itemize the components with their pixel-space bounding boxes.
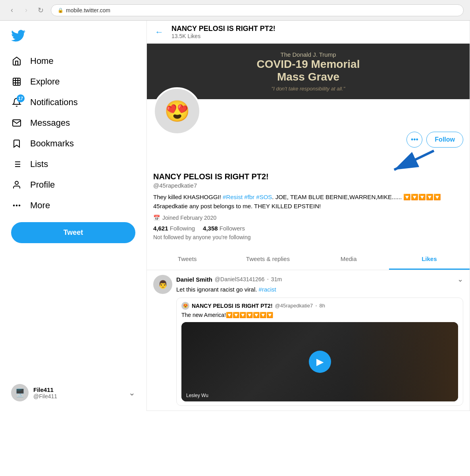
profile-icon	[11, 179, 22, 190]
tweet-avatar-emoji: 👨	[158, 280, 168, 289]
tweet-card: 👨 Daniel Smith @DanielS43141266 · 31m ⌄ …	[147, 270, 470, 411]
followers-label: Followers	[220, 225, 245, 232]
joined-text: Joined February 2020	[162, 215, 216, 221]
reload-button[interactable]: ↻	[35, 5, 46, 16]
sidebar-item-bookmarks[interactable]: Bookmarks	[6, 133, 140, 154]
bookmarks-icon	[11, 138, 22, 149]
lists-icon	[11, 159, 22, 170]
sidebar-user-handle: @File411	[33, 393, 124, 399]
sidebar-item-messages[interactable]: Messages	[6, 113, 140, 133]
tweet-user-name: Daniel Smith	[176, 276, 212, 283]
app-layout: Home Explore 17 Notifications Mess	[0, 21, 470, 411]
back-button[interactable]: ‹	[6, 5, 17, 16]
twitter-bird-icon	[11, 29, 25, 43]
sidebar: Home Explore 17 Notifications Mess	[0, 21, 147, 411]
profile-handle: @45rapedkatie7	[153, 182, 463, 189]
sidebar-item-notifications[interactable]: 17 Notifications	[6, 92, 140, 113]
sidebar-item-explore[interactable]: Explore	[6, 71, 140, 92]
forward-button[interactable]: ›	[21, 5, 32, 16]
profile-tabs: Tweets Tweets & replies Media Likes	[147, 249, 470, 270]
sidebar-item-home[interactable]: Home	[6, 51, 140, 71]
explore-label: Explore	[30, 77, 60, 87]
lock-icon: 🔒	[58, 8, 64, 13]
banner-top-line: The Donald J. Trump	[280, 51, 336, 58]
sidebar-user-name: File411	[33, 386, 124, 393]
sidebar-item-more[interactable]: More	[6, 195, 140, 216]
blue-arrow-annotation	[390, 147, 438, 176]
tab-tweets-replies[interactable]: Tweets & replies	[227, 249, 308, 270]
svg-rect-0	[13, 78, 20, 85]
following-count: 4,621	[153, 225, 168, 232]
hashtag-resist[interactable]: #Resist	[223, 194, 243, 200]
tweet-text: Let this ignorant racist go viral. #raci…	[176, 285, 463, 294]
following-stat[interactable]: 4,621 Following	[153, 225, 195, 232]
sidebar-user-avatar: 🖥️	[11, 384, 29, 401]
sidebar-user-more-icon: ⌄	[129, 388, 135, 397]
svg-point-11	[15, 181, 18, 184]
tab-likes[interactable]: Likes	[389, 249, 470, 270]
banner-main-line: COVID-19 Memorial	[257, 58, 360, 71]
profile-top-bar: ← NANCY PELOSI IS RIGHT PT2! 13.5K Likes	[147, 21, 470, 44]
sidebar-nav: Home Explore 17 Notifications Mess	[6, 51, 140, 216]
profile-stats: 4,621 Following 4,358 Followers	[153, 225, 463, 232]
hashtag-sos[interactable]: #SOS	[256, 194, 272, 200]
bookmarks-label: Bookmarks	[30, 138, 74, 149]
tab-tweets[interactable]: Tweets	[147, 249, 227, 270]
banner-sub-line: "I don't take responsibility at all."	[272, 86, 345, 92]
lists-label: Lists	[30, 159, 48, 169]
sidebar-user[interactable]: 🖥️ File411 @File411 ⌄	[6, 379, 140, 406]
followers-count: 4,358	[203, 225, 218, 232]
hashtag-racist[interactable]: #racist	[259, 286, 276, 293]
sidebar-item-lists[interactable]: Lists	[6, 154, 140, 175]
quoted-avatar-emoji: 😍	[183, 303, 188, 308]
tweet-button[interactable]: Tweet	[11, 222, 135, 243]
quoted-tweet-text: The new America!🔽🔽🔽🔽🔽🔽🔽	[181, 311, 458, 319]
followers-stat[interactable]: 4,358 Followers	[203, 225, 245, 232]
avatar-row: 😍	[147, 99, 470, 127]
svg-point-13	[16, 205, 17, 206]
tweet-user-row: Daniel Smith @DanielS43141266 · 31m ⌄	[176, 275, 463, 284]
quoted-tweet[interactable]: 😍 NANCY PELOSI IS RIGHT PT2! @45rapedkat…	[176, 298, 463, 406]
quoted-tweet-time: 8h	[320, 303, 325, 309]
profile-top-likes: 13.5K Likes	[171, 33, 463, 39]
notifications-label: Notifications	[30, 97, 78, 107]
browser-navigation: ‹ › ↻	[6, 5, 46, 16]
sidebar-item-profile[interactable]: Profile	[6, 175, 140, 195]
more-options-icon: •••	[411, 136, 418, 144]
back-button[interactable]: ←	[153, 25, 165, 39]
video-thumbnail[interactable]: ▶ Lesley Wu	[181, 322, 458, 401]
video-label: Lesley Wu	[186, 393, 208, 398]
tweet-expand-icon[interactable]: ⌄	[457, 275, 463, 284]
profile-joined: 📅 Joined February 2020	[153, 215, 463, 221]
profile-banner: The Donald J. Trump COVID-19 Memorial Ma…	[147, 44, 470, 99]
banner-main-line2: Mass Grave	[277, 71, 339, 83]
profile-avatar-emoji: 😍	[164, 99, 190, 123]
tab-media[interactable]: Media	[308, 249, 389, 270]
svg-line-16	[394, 151, 434, 170]
home-label: Home	[30, 56, 54, 66]
tweet-user-avatar: 👨	[153, 275, 172, 294]
quoted-tweet-header: 😍 NANCY PELOSI IS RIGHT PT2! @45rapedkat…	[181, 302, 458, 310]
profile-action-area: ••• Follow	[147, 127, 470, 152]
messages-label: Messages	[30, 118, 70, 128]
calendar-icon: 📅	[153, 215, 160, 221]
svg-point-14	[19, 205, 20, 206]
more-options-button[interactable]: •••	[406, 132, 422, 148]
svg-point-12	[13, 205, 14, 206]
follow-button[interactable]: Follow	[426, 132, 463, 148]
twitter-logo[interactable]	[6, 25, 140, 48]
sidebar-user-info: File411 @File411	[33, 386, 124, 399]
sidebar-avatar-emoji: 🖥️	[15, 388, 25, 397]
main-content: ← NANCY PELOSI IS RIGHT PT2! 13.5K Likes…	[147, 21, 470, 411]
profile-section: 😍 ••• Follow	[147, 99, 470, 411]
tweet-user-handle: @DanielS43141266	[215, 276, 265, 282]
more-label: More	[30, 200, 50, 211]
address-bar[interactable]: 🔒 mobile.twitter.com	[51, 4, 464, 16]
profile-label: Profile	[30, 180, 55, 190]
hashtag-fbr[interactable]: #fbr	[244, 194, 254, 200]
browser-chrome: ‹ › ↻ 🔒 mobile.twitter.com	[0, 0, 470, 21]
url-text: mobile.twitter.com	[66, 7, 110, 13]
more-icon	[11, 200, 22, 211]
play-button[interactable]: ▶	[309, 351, 331, 373]
quoted-avatar: 😍	[181, 302, 189, 310]
